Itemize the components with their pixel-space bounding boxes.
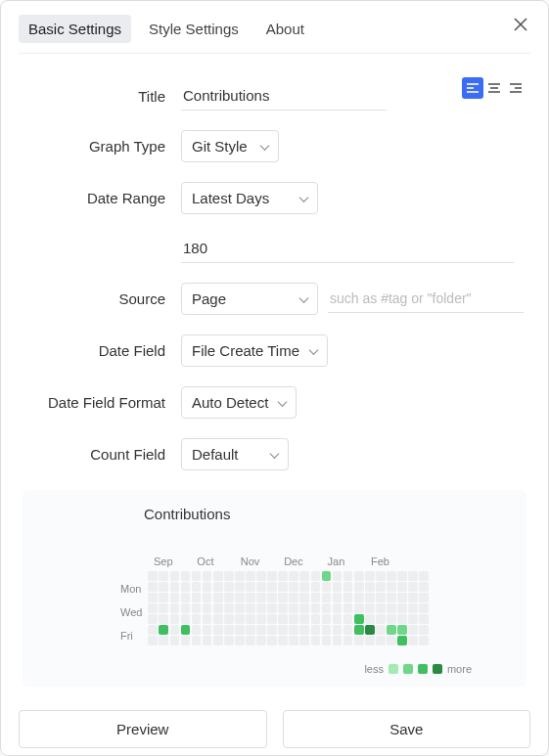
days-input[interactable] — [181, 234, 514, 263]
tab-style-settings[interactable]: Style Settings — [139, 15, 249, 43]
label-title: Title — [23, 88, 181, 105]
tab-about[interactable]: About — [256, 15, 314, 43]
tabs: Basic Settings Style Settings About — [19, 15, 530, 54]
title-align-group — [462, 77, 526, 99]
label-count-field: Count Field — [23, 446, 181, 463]
heatmap-grid — [148, 571, 429, 653]
form-basic-settings: Title Graph Type Git Style Date Range La… — [19, 81, 530, 687]
preview-title: Contributions — [144, 506, 509, 522]
label-source: Source — [23, 290, 181, 307]
save-button[interactable]: Save — [283, 710, 531, 748]
month-labels: Sep Oct Nov Dec Jan Feb — [154, 556, 429, 567]
count-field-select[interactable]: Default — [181, 438, 289, 470]
title-input[interactable] — [181, 81, 387, 111]
label-date-field-format: Date Field Format — [23, 394, 181, 411]
settings-dialog: Basic Settings Style Settings About Titl… — [0, 0, 549, 756]
label-date-field: Date Field — [23, 342, 181, 359]
dialog-footer: Preview Save — [19, 710, 530, 748]
close-icon[interactable] — [511, 15, 530, 34]
tab-basic-settings[interactable]: Basic Settings — [19, 15, 131, 43]
date-field-format-select[interactable]: Auto Detect — [181, 386, 297, 419]
graph-type-select[interactable]: Git Style — [181, 130, 279, 162]
align-center-icon[interactable] — [483, 77, 505, 99]
source-select[interactable]: Page — [181, 283, 318, 315]
align-left-icon[interactable] — [462, 77, 483, 99]
preview-button[interactable]: Preview — [19, 710, 267, 748]
label-date-range: Date Range — [23, 190, 181, 206]
day-labels: Mon Wed Fri — [120, 571, 142, 653]
source-hint-input[interactable] — [328, 285, 524, 313]
align-right-icon[interactable] — [505, 77, 526, 99]
heatmap-legend: less more — [40, 663, 472, 675]
preview-card: Contributions Sep Oct Nov Dec Jan Feb Mo… — [23, 490, 526, 687]
date-range-select[interactable]: Latest Days — [181, 182, 318, 214]
date-field-select[interactable]: File Create Time — [181, 334, 328, 367]
label-graph-type: Graph Type — [23, 138, 181, 155]
contribution-chart: Sep Oct Nov Dec Jan Feb Mon Wed Fri — [120, 556, 429, 653]
